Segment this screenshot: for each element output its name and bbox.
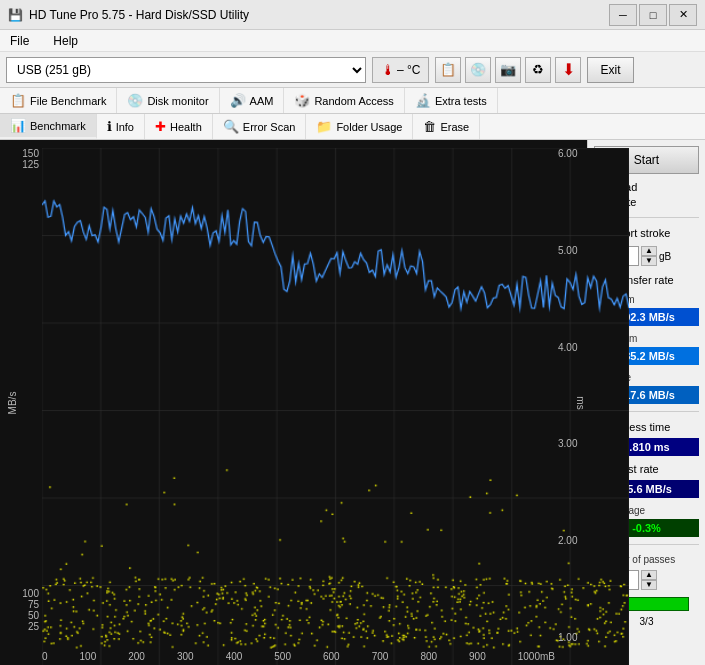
- passes-down-button[interactable]: ▼: [641, 580, 657, 590]
- health-tab-icon: ✚: [155, 119, 166, 134]
- benchmark-tab-icon: 📊: [10, 118, 26, 133]
- aam-icon: 🔊: [230, 93, 246, 108]
- erase-icon: 🗑: [423, 119, 436, 134]
- x-700: 700: [372, 651, 389, 662]
- tab-benchmark-label: Benchmark: [30, 120, 86, 132]
- tab-random-access[interactable]: 🎲 Random Access: [284, 88, 404, 113]
- tab-file-benchmark-label: File Benchmark: [30, 95, 106, 107]
- app-icon: 💾: [8, 8, 23, 22]
- tab-aam[interactable]: 🔊 AAM: [220, 88, 285, 113]
- drive-select[interactable]: USB (251 gB): [6, 57, 366, 83]
- y-left-25: 25: [28, 621, 39, 632]
- x-500: 500: [274, 651, 291, 662]
- x-900: 900: [469, 651, 486, 662]
- tab-disk-monitor-label: Disk monitor: [147, 95, 208, 107]
- y-right-200: 2.00: [558, 535, 577, 546]
- tab-folder-usage[interactable]: 📁 Folder Usage: [306, 114, 413, 139]
- y-left-100: 100: [22, 588, 39, 599]
- extra-tests-icon: 🔬: [415, 93, 431, 108]
- thermometer-icon: 🌡: [381, 62, 395, 78]
- x-axis: 0 100 200 300 400 500 600 700 800 900 10…: [42, 651, 555, 662]
- y-left-125: 125: [22, 159, 39, 170]
- tabs-bottom: 📊 Benchmark ℹ Info ✚ Health 🔍 Error Scan…: [0, 114, 705, 140]
- y-left-unit: MB/s: [7, 391, 18, 414]
- exit-button[interactable]: Exit: [587, 57, 633, 83]
- y-left-75: 75: [28, 599, 39, 610]
- passes-up-button[interactable]: ▲: [641, 570, 657, 580]
- temperature-display: 🌡 – °C: [372, 57, 429, 83]
- random-access-icon: 🎲: [294, 93, 310, 108]
- short-stroke-down-button[interactable]: ▼: [641, 256, 657, 266]
- folder-usage-icon: 📁: [316, 119, 332, 134]
- passes-spin-buttons: ▲ ▼: [641, 570, 657, 590]
- menu-file[interactable]: File: [4, 32, 35, 50]
- error-scan-icon: 🔍: [223, 119, 239, 134]
- x-400: 400: [226, 651, 243, 662]
- tab-health[interactable]: ✚ Health: [145, 114, 213, 139]
- window-controls: ─ □ ✕: [609, 4, 697, 26]
- tab-info[interactable]: ℹ Info: [97, 114, 145, 139]
- toolbar: USB (251 gB) 🌡 – °C 📋 💿 📷 ♻ ⬇ Exit: [0, 52, 705, 88]
- tabs-top: 📋 File Benchmark 💿 Disk monitor 🔊 AAM 🎲 …: [0, 88, 705, 114]
- tab-file-benchmark[interactable]: 📋 File Benchmark: [0, 88, 117, 113]
- info-tab-icon: ℹ: [107, 119, 112, 134]
- chart-wrapper: 150 125 100 75 50 25 0 MB/s 6.00 5.00 4.…: [0, 140, 587, 665]
- y-right-unit: ms: [575, 396, 586, 409]
- x-100: 100: [80, 651, 97, 662]
- tab-error-scan-label: Error Scan: [243, 121, 296, 133]
- app-title: HD Tune Pro 5.75 - Hard Disk/SSD Utility: [29, 8, 249, 22]
- tab-erase-label: Erase: [440, 121, 469, 133]
- file-benchmark-icon: 📋: [10, 93, 26, 108]
- tab-info-label: Info: [116, 121, 134, 133]
- menu-help[interactable]: Help: [47, 32, 84, 50]
- tab-folder-usage-label: Folder Usage: [336, 121, 402, 133]
- y-right-400: 4.00: [558, 342, 577, 353]
- short-stroke-up-button[interactable]: ▲: [641, 246, 657, 256]
- x-800: 800: [420, 651, 437, 662]
- minimize-button[interactable]: ─: [609, 4, 637, 26]
- close-button[interactable]: ✕: [669, 4, 697, 26]
- y-right-100: 1.00: [558, 632, 577, 643]
- x-0: 0: [42, 651, 48, 662]
- tab-extra-tests[interactable]: 🔬 Extra tests: [405, 88, 498, 113]
- y-right-600: 6.00: [558, 148, 577, 159]
- y-right-500: 5.00: [558, 245, 577, 256]
- x-1000: 1000mB: [518, 651, 555, 662]
- short-stroke-spin-buttons: ▲ ▼: [641, 246, 657, 266]
- y-left-150: 150: [22, 148, 39, 159]
- recycle-icon[interactable]: ♻: [525, 57, 551, 83]
- tab-error-scan[interactable]: 🔍 Error Scan: [213, 114, 307, 139]
- chart-canvas: [42, 148, 629, 665]
- y-right-300: 3.00: [558, 438, 577, 449]
- menubar: File Help: [0, 30, 705, 52]
- camera-icon[interactable]: 📷: [495, 57, 521, 83]
- x-600: 600: [323, 651, 340, 662]
- tab-disk-monitor[interactable]: 💿 Disk monitor: [117, 88, 219, 113]
- title-area: 💾 HD Tune Pro 5.75 - Hard Disk/SSD Utili…: [8, 8, 249, 22]
- maximize-button[interactable]: □: [639, 4, 667, 26]
- tab-health-label: Health: [170, 121, 202, 133]
- info-icon2[interactable]: 💿: [465, 57, 491, 83]
- tab-random-access-label: Random Access: [314, 95, 393, 107]
- toolbar-icons: 📋 💿 📷 ♻ ⬇: [435, 57, 581, 83]
- tab-erase[interactable]: 🗑 Erase: [413, 114, 480, 139]
- y-left-50: 50: [28, 610, 39, 621]
- titlebar: 💾 HD Tune Pro 5.75 - Hard Disk/SSD Utili…: [0, 0, 705, 30]
- disk-monitor-icon: 💿: [127, 93, 143, 108]
- short-stroke-unit: gB: [659, 251, 671, 262]
- tab-benchmark[interactable]: 📊 Benchmark: [0, 114, 97, 139]
- download-icon[interactable]: ⬇: [555, 57, 581, 83]
- temperature-value: – °C: [397, 63, 420, 77]
- x-300: 300: [177, 651, 194, 662]
- tab-aam-label: AAM: [250, 95, 274, 107]
- x-200: 200: [128, 651, 145, 662]
- main-content: 150 125 100 75 50 25 0 MB/s 6.00 5.00 4.…: [0, 140, 705, 665]
- tab-extra-tests-label: Extra tests: [435, 95, 487, 107]
- benchmark-icon[interactable]: 📋: [435, 57, 461, 83]
